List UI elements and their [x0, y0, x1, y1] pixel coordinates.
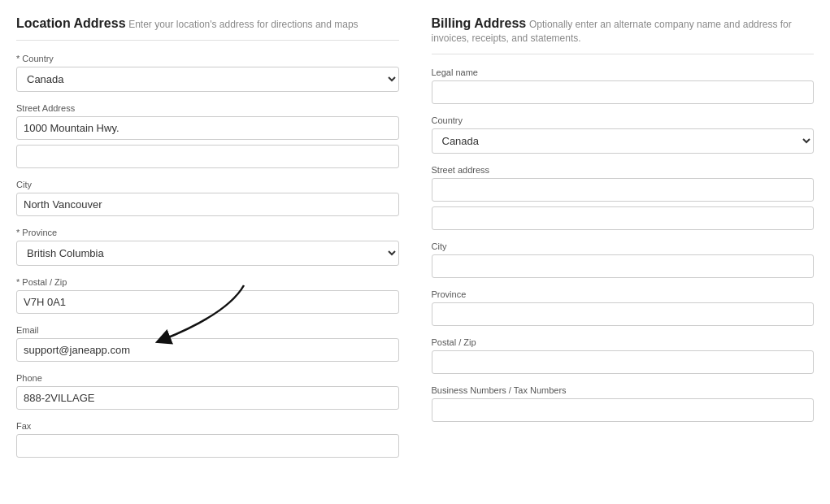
location-email-label: Email	[16, 325, 399, 335]
billing-street2-input[interactable]	[432, 206, 815, 230]
billing-postal-field: Postal / Zip	[432, 337, 815, 374]
billing-tax-input[interactable]	[432, 398, 815, 422]
location-street-input[interactable]	[16, 116, 399, 140]
billing-legal-name-label: Legal name	[432, 67, 815, 77]
location-postal-label: * Postal / Zip	[16, 277, 399, 287]
billing-address-section: Billing Address Optionally enter an alte…	[432, 16, 815, 469]
location-phone-input[interactable]	[16, 386, 399, 410]
billing-legal-name-input[interactable]	[432, 80, 815, 104]
billing-legal-name-field: Legal name	[432, 67, 815, 104]
billing-street-field: Street address	[432, 165, 815, 230]
billing-country-label: Country	[432, 115, 815, 125]
location-city-label: City	[16, 180, 399, 189]
location-city-input[interactable]	[16, 193, 399, 216]
location-phone-label: Phone	[16, 373, 399, 383]
location-country-select[interactable]: Canada United States Canada	[16, 67, 399, 92]
location-fax-input[interactable]	[16, 434, 399, 458]
location-address-section: Location Address Enter your location's a…	[16, 16, 399, 469]
billing-tax-field: Business Numbers / Tax Numbers	[432, 385, 815, 422]
billing-city-input[interactable]	[432, 254, 815, 278]
billing-province-field: Province	[432, 289, 815, 326]
billing-country-select[interactable]: Canada United States Canada	[432, 128, 815, 154]
billing-street-label: Street address	[432, 165, 815, 175]
location-province-field: * Province British Columbia Alberta Brit…	[16, 228, 399, 266]
location-province-label: * Province	[16, 228, 399, 237]
billing-heading: Billing Address	[432, 16, 527, 30]
billing-tax-label: Business Numbers / Tax Numbers	[432, 385, 815, 395]
location-subtitle: Enter your location's address for direct…	[128, 19, 358, 30]
location-email-field: Email	[16, 325, 399, 362]
location-postal-input[interactable]	[16, 290, 399, 314]
location-fax-field: Fax	[16, 421, 399, 458]
location-postal-field: * Postal / Zip	[16, 277, 399, 314]
billing-postal-input[interactable]	[432, 350, 815, 374]
location-fax-label: Fax	[16, 421, 399, 431]
billing-street-input[interactable]	[432, 178, 815, 202]
location-province-select[interactable]: British Columbia Alberta British Columbi…	[16, 241, 399, 266]
billing-city-label: City	[432, 241, 815, 251]
location-country-field: * Country Canada United States Canada	[16, 54, 399, 92]
location-street-label: Street Address	[16, 103, 399, 113]
location-street-field: Street Address	[16, 103, 399, 168]
billing-country-field: Country Canada United States Canada	[432, 115, 815, 154]
billing-postal-label: Postal / Zip	[432, 337, 815, 347]
location-city-field: City	[16, 180, 399, 216]
location-country-label: * Country	[16, 54, 399, 63]
billing-province-input[interactable]	[432, 302, 815, 326]
location-email-input[interactable]	[16, 338, 399, 362]
location-heading: Location Address	[16, 16, 126, 30]
location-phone-field: Phone	[16, 373, 399, 410]
billing-province-label: Province	[432, 289, 815, 299]
billing-city-field: City	[432, 241, 815, 278]
location-street2-input[interactable]	[16, 145, 399, 168]
